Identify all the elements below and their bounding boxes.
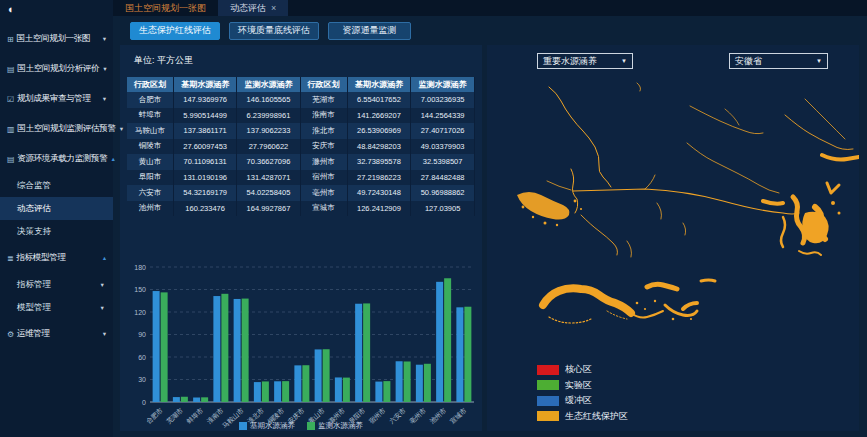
map-legend-item: 缓冲区 [537, 394, 628, 407]
unit-label: 单位: 平方公里 [120, 45, 482, 67]
table-cell: 滁州市 [301, 154, 348, 170]
sidebar-item[interactable]: ⚙运维管理▼ [0, 319, 113, 349]
table-cell: 126.2412909 [348, 201, 412, 217]
chart-legend: 基期水源涵养监测水源涵养 [122, 421, 480, 431]
table-cell: 宣城市 [301, 201, 348, 217]
sidebar-item-label: 国土空间规划分析评价 [17, 63, 99, 75]
table-cell: 蚌埠市 [127, 108, 174, 124]
table-header-row: 行政区划基期水源涵养监测水源涵养行政区划基期水源涵养监测水源涵养 [127, 77, 475, 92]
table-header-cell: 行政区划 [127, 77, 174, 92]
chevron-down-icon: ▼ [816, 58, 822, 64]
table-cell: 27.40717026 [411, 123, 475, 139]
sidebar-item-label: 资源环境承载力监测预警 [17, 153, 107, 165]
table-row: 铜陵市27.6009745327.7960622安庆市48.8429820349… [127, 139, 475, 155]
assessment-button[interactable]: 环境质量底线评估 [229, 22, 319, 40]
table-cell: 7.003236935 [411, 92, 475, 108]
table-cell: 阜阳市 [127, 170, 174, 186]
table-header-cell: 监测水源涵养 [237, 77, 300, 92]
assessment-button[interactable]: 生态保护红线评估 [130, 22, 220, 40]
sidebar-subitem-label: 决策支持 [17, 226, 51, 238]
region-dropdown[interactable]: 安徽省 ▼ [729, 53, 828, 69]
sidebar-subitem[interactable]: 动态评估 [0, 197, 113, 220]
map-legend: 核心区实验区缓冲区生态红线保护区 [537, 363, 628, 423]
table-header-cell: 监测水源涵养 [411, 77, 475, 92]
chart-legend-item[interactable]: 监测水源涵养 [307, 421, 363, 431]
assessment-button[interactable]: 资源通量监测 [328, 22, 411, 40]
chevron-down-icon: ▼ [102, 36, 109, 42]
table-cell: 芜湖市 [301, 92, 348, 108]
sidebar-item[interactable]: ▥国土空间规划监测评估预警▼ [0, 114, 113, 144]
sidebar-subitem-label: 指标管理 [17, 279, 51, 291]
sidebar-menu: ⊞国土空间规划一张图▼▤国土空间规划分析评价▼☑规划成果审查与管理▼▥国土空间规… [0, 18, 113, 349]
table-cell: 铜陵市 [127, 139, 174, 155]
table-cell: 亳州市 [301, 185, 348, 201]
table-cell: 淮南市 [301, 108, 348, 124]
chevron-down-icon: ▼ [102, 96, 109, 102]
sidebar-item[interactable]: ▤资源环境承载力监测预警▲ [0, 144, 113, 174]
table-cell: 49.03379903 [411, 139, 475, 155]
table-cell: 48.84298203 [348, 139, 412, 155]
table-cell: 127.03905 [411, 201, 475, 217]
svg-text:90: 90 [138, 331, 146, 338]
sidebar-subitem[interactable]: 模型管理▼ [0, 296, 113, 319]
table-cell: 27.60097453 [174, 139, 237, 155]
bar-chart: 0306090120150180合肥市芜湖市蚌埠市淮南市马鞍山市淮北市铜陵市安庆… [122, 253, 480, 431]
chart-legend-item[interactable]: 基期水源涵养 [239, 421, 295, 431]
chevron-down-icon: ▼ [102, 331, 109, 337]
legend-swatch [537, 396, 559, 406]
map-legend-label: 生态红线保护区 [565, 410, 628, 423]
table-header-cell: 基期水源涵养 [348, 77, 412, 92]
chart-legend-label: 基期水源涵养 [250, 421, 295, 431]
analysis-icon: ▤ [7, 65, 14, 74]
svg-text:150: 150 [134, 286, 146, 293]
table-row: 池州市160.233476164.9927867宣城市126.241290912… [127, 201, 475, 217]
sidebar-collapse-icon[interactable]: ◐ [0, 0, 113, 18]
sidebar-subitem[interactable]: 综合监管 [0, 174, 113, 197]
table-cell: 26.53906969 [348, 123, 412, 139]
map-legend-item: 生态红线保护区 [537, 410, 628, 423]
sidebar-subitem-label: 动态评估 [17, 203, 51, 215]
sidebar-item-label: 国土空间规划一张图 [16, 33, 90, 45]
sidebar-item[interactable]: ≣指标模型管理▲ [0, 243, 113, 273]
sidebar-item[interactable]: ⊞国土空间规划一张图▼ [0, 24, 113, 54]
tab-home[interactable]: 国土空间规划一张图 [113, 0, 218, 16]
table-row: 蚌埠市5.9905144996.239998961淮南市141.26692071… [127, 108, 475, 124]
svg-text:180: 180 [134, 264, 146, 271]
table-cell: 淮北市 [301, 123, 348, 139]
table-cell: 安庆市 [301, 139, 348, 155]
sidebar-subitem[interactable]: 决策支持 [0, 220, 113, 243]
assessment-toolbar: 生态保护红线评估环境质量底线评估资源通量监测 [113, 16, 867, 45]
map-legend-item: 实验区 [537, 379, 628, 392]
table-cell: 141.2669207 [348, 108, 412, 124]
chevron-down-icon: ▼ [100, 305, 107, 311]
tab-label: 动态评估 [230, 2, 266, 15]
table-header-cell: 行政区划 [301, 77, 348, 92]
table-cell: 6.554017652 [348, 92, 412, 108]
sidebar-subitem[interactable]: 指标管理▼ [0, 273, 113, 296]
table-cell: 黄山市 [127, 154, 174, 170]
close-icon[interactable]: × [271, 3, 276, 13]
tab-bar: 国土空间规划一张图动态评估× [113, 0, 867, 16]
table-header-cell: 基期水源涵养 [174, 77, 237, 92]
table-cell: 131.4287071 [237, 170, 300, 186]
table-cell: 50.96988862 [411, 185, 475, 201]
review-check-icon: ☑ [7, 95, 14, 104]
svg-text:30: 30 [138, 376, 146, 383]
sidebar-item-label: 指标模型管理 [16, 252, 65, 264]
legend-swatch [307, 422, 315, 430]
table-row: 黄山市70.1109613170.36627096滁州市32.738955783… [127, 154, 475, 170]
table-cell: 164.9927867 [237, 201, 300, 217]
sidebar-item[interactable]: ☑规划成果审查与管理▼ [0, 84, 113, 114]
sidebar-item-label: 规划成果审查与管理 [17, 93, 91, 105]
ops-gear-icon: ⚙ [7, 330, 14, 339]
table-cell: 147.9369976 [174, 92, 237, 108]
table-cell: 70.36627096 [237, 154, 300, 170]
indicator-dropdown[interactable]: 重要水源涵养 ▼ [537, 53, 633, 69]
table-cell: 49.72430148 [348, 185, 412, 201]
svg-text:120: 120 [134, 309, 146, 316]
sidebar-item[interactable]: ▤国土空间规划分析评价▼ [0, 54, 113, 84]
tab-dynamic-assessment[interactable]: 动态评估× [218, 0, 288, 16]
chevron-down-icon: ▼ [621, 58, 627, 64]
table-cell: 合肥市 [127, 92, 174, 108]
table-cell: 144.2564339 [411, 108, 475, 124]
